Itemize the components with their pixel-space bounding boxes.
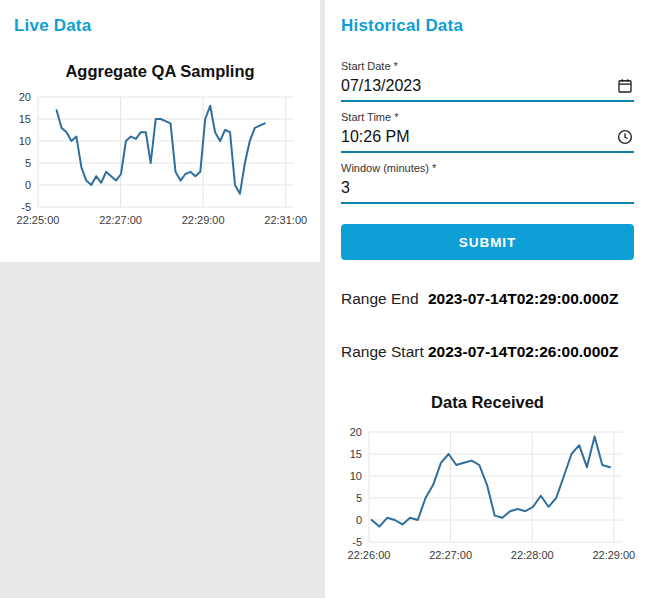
start-date-input[interactable] [341, 75, 616, 97]
svg-text:22:26:00: 22:26:00 [348, 549, 391, 561]
dashboard: Live Data Aggregate QA Sampling 20151050… [0, 0, 650, 598]
svg-text:15: 15 [350, 448, 362, 460]
svg-text:10: 10 [350, 470, 362, 482]
svg-text:20: 20 [19, 91, 31, 103]
svg-text:20: 20 [350, 426, 362, 438]
historical-data-panel: Historical Data Start Date* [325, 0, 650, 598]
svg-text:22:29:00: 22:29:00 [182, 214, 225, 226]
svg-text:0: 0 [356, 514, 362, 526]
svg-text:-5: -5 [352, 536, 362, 548]
start-time-input[interactable] [341, 126, 616, 148]
start-date-input-row [341, 73, 634, 102]
svg-text:22:25:00: 22:25:00 [17, 214, 60, 226]
required-asterisk: * [394, 111, 398, 123]
svg-text:22:27:00: 22:27:00 [99, 214, 142, 226]
window-minutes-label-text: Window (minutes) [341, 162, 429, 174]
live-chart: Aggregate QA Sampling 20151050-522:25:00… [0, 62, 320, 239]
historical-data-title: Historical Data [341, 16, 634, 36]
window-minutes-input[interactable] [341, 177, 634, 199]
svg-text:15: 15 [19, 113, 31, 125]
range-start-label: Range Start [341, 343, 428, 361]
svg-text:22:29:00: 22:29:00 [592, 549, 635, 561]
svg-text:0: 0 [25, 179, 31, 191]
svg-text:22:28:00: 22:28:00 [511, 549, 554, 561]
window-minutes-label: Window (minutes)* [341, 162, 634, 175]
start-time-label-text: Start Time [341, 111, 391, 123]
submit-button[interactable]: SUBMIT [341, 224, 634, 260]
required-asterisk: * [394, 60, 398, 72]
range-end-value: 2023-07-14T02:29:00.000Z [428, 290, 618, 308]
live-data-column: Live Data Aggregate QA Sampling 20151050… [0, 0, 320, 262]
live-data-panel: Live Data Aggregate QA Sampling 20151050… [0, 0, 320, 262]
data-received-chart-title: Data Received [341, 393, 634, 412]
svg-text:22:27:00: 22:27:00 [429, 549, 472, 561]
svg-text:5: 5 [356, 492, 362, 504]
start-time-input-row [341, 124, 634, 153]
live-chart-title: Aggregate QA Sampling [0, 62, 320, 81]
data-received-chart: Data Received 20151050-522:26:0022:27:00… [341, 393, 634, 570]
data-received-chart-canvas: 20151050-522:26:0022:27:0022:28:0022:29:… [341, 420, 634, 570]
svg-text:-5: -5 [21, 201, 31, 213]
svg-text:22:31:00: 22:31:00 [264, 214, 307, 226]
window-minutes-field: Window (minutes)* [341, 162, 634, 204]
start-date-label: Start Date* [341, 60, 634, 73]
range-end-label: Range End [341, 290, 428, 308]
live-chart-canvas: 20151050-522:25:0022:27:0022:29:0022:31:… [0, 87, 320, 239]
range-end-row: Range End 2023-07-14T02:29:00.000Z [341, 290, 634, 308]
start-date-label-text: Start Date [341, 60, 391, 72]
required-asterisk: * [432, 162, 436, 174]
start-date-field: Start Date* [341, 60, 634, 102]
range-start-row: Range Start 2023-07-14T02:26:00.000Z [341, 343, 634, 361]
start-time-label: Start Time* [341, 111, 634, 124]
clock-icon[interactable] [616, 128, 634, 146]
calendar-icon[interactable] [616, 77, 634, 95]
historical-form: Start Date* Start Time* [341, 60, 634, 260]
start-time-field: Start Time* [341, 111, 634, 153]
svg-text:10: 10 [19, 135, 31, 147]
svg-text:5: 5 [25, 157, 31, 169]
live-data-title: Live Data [0, 0, 320, 36]
window-minutes-input-row [341, 175, 634, 204]
range-start-value: 2023-07-14T02:26:00.000Z [428, 343, 618, 361]
